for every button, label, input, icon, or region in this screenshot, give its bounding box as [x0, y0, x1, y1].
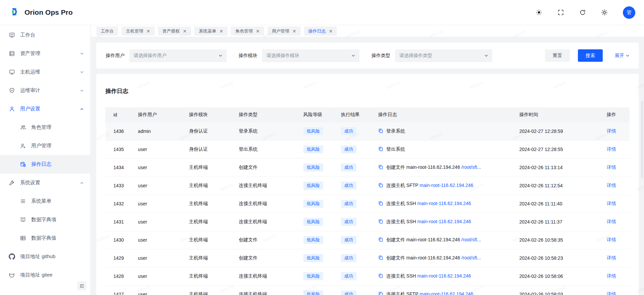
- detail-link[interactable]: 详情: [607, 164, 616, 170]
- cell-module: 主机终端: [184, 267, 233, 285]
- settings-gear-icon[interactable]: [601, 9, 608, 16]
- log-link[interactable]: /root/sft...: [461, 237, 481, 242]
- copy-icon[interactable]: [378, 291, 383, 295]
- sidebar-item[interactable]: 用户管理: [0, 137, 90, 155]
- log-link[interactable]: main-root-116.62.194.246: [417, 273, 471, 279]
- tab-item[interactable]: 资产授权✕: [158, 27, 191, 36]
- sidebar-item[interactable]: 角色管理: [0, 118, 90, 137]
- log-text: 连接主机 SFTP: [386, 183, 419, 188]
- sidebar-item[interactable]: 数据字典值: [0, 229, 90, 247]
- cell-id: 1434: [105, 158, 133, 177]
- tab-item[interactable]: 系统菜单✕: [194, 27, 228, 36]
- tab-label: 系统菜单: [199, 28, 216, 34]
- log-icon: [19, 161, 26, 167]
- copy-icon[interactable]: [378, 219, 383, 225]
- detail-link[interactable]: 详情: [607, 201, 616, 206]
- detail-link[interactable]: 详情: [607, 237, 616, 242]
- tab-item[interactable]: 操作日志✕: [304, 27, 337, 36]
- cell-type: 创建文件: [233, 249, 298, 267]
- detail-link[interactable]: 详情: [607, 183, 616, 188]
- log-text: 创建文件 main-root-116.62.194.246: [386, 237, 461, 242]
- cell-result: 成功: [336, 122, 373, 140]
- sidebar-item[interactable]: 资产管理: [0, 44, 90, 63]
- detail-link[interactable]: 详情: [607, 273, 616, 279]
- app-header: Orion Ops Pro 管: [0, 0, 644, 25]
- risk-badge: 低风险: [303, 163, 323, 171]
- cell-type: 登出系统: [233, 140, 298, 158]
- cell-result: 成功: [336, 285, 373, 295]
- result-badge: 成功: [341, 200, 356, 208]
- log-link[interactable]: /root/sft...: [461, 255, 481, 260]
- cell-risk: 低风险: [298, 140, 336, 158]
- reset-button[interactable]: 重置: [545, 49, 570, 62]
- sidebar-item[interactable]: 主机运维: [0, 63, 90, 81]
- tab-close-icon[interactable]: ✕: [219, 29, 223, 34]
- sidebar-item[interactable]: 运维审计: [0, 81, 90, 100]
- search-button[interactable]: 搜索: [578, 49, 603, 62]
- risk-badge: 低风险: [303, 254, 323, 262]
- detail-link[interactable]: 详情: [607, 146, 616, 152]
- copy-icon[interactable]: [378, 201, 383, 207]
- copy-icon[interactable]: [378, 237, 383, 243]
- tab-close-icon[interactable]: ✕: [146, 29, 150, 34]
- tab-item[interactable]: 角色管理✕: [231, 27, 264, 36]
- filter-select[interactable]: 请选择操作类型: [395, 49, 492, 62]
- dashboard-icon: [8, 32, 15, 38]
- log-table: id操作用户操作模块操作类型风险等级执行结果操作日志操作时间操作 1436adm…: [105, 107, 630, 295]
- copy-icon[interactable]: [378, 146, 383, 152]
- log-link[interactable]: main-root-116.62.194.246: [419, 291, 473, 295]
- avatar[interactable]: 管: [623, 6, 635, 19]
- tab-close-icon[interactable]: ✕: [329, 29, 333, 34]
- cell-log: 创建文件 main-root-116.62.194.246 /root/sft.…: [373, 158, 514, 177]
- chevron-down-icon: [80, 70, 84, 74]
- cell-result: 成功: [336, 158, 373, 177]
- log-link[interactable]: main-root-116.62.194.246: [419, 183, 473, 188]
- sidebar-item[interactable]: 工作台: [0, 26, 90, 44]
- tab-close-icon[interactable]: ✕: [183, 29, 187, 34]
- roles-icon: [19, 125, 26, 130]
- chevron-up-icon: [80, 181, 84, 185]
- result-badge: 成功: [341, 290, 356, 295]
- copy-icon[interactable]: [378, 255, 383, 261]
- detail-link[interactable]: 详情: [607, 219, 616, 224]
- filter-field: 操作类型请选择操作类型: [371, 49, 504, 62]
- refresh-icon[interactable]: [579, 9, 586, 16]
- sidebar-item[interactable]: 数据字典项: [0, 210, 90, 229]
- filter-field: 操作模块请选择操作模块: [239, 49, 371, 62]
- detail-link[interactable]: 详情: [607, 128, 616, 134]
- tab-item[interactable]: 用户管理✕: [267, 27, 301, 36]
- cell-id: 1430: [105, 231, 133, 249]
- sidebar-item[interactable]: 系统设置: [0, 174, 90, 192]
- sidebar-item-label: 运维审计: [20, 87, 80, 94]
- sidebar-collapse-button[interactable]: [77, 281, 86, 290]
- expand-toggle[interactable]: 展开: [615, 53, 629, 59]
- copy-icon[interactable]: [378, 273, 383, 279]
- sidebar-item[interactable]: 用户设置: [0, 100, 90, 118]
- sidebar-item[interactable]: 系统菜单: [0, 192, 90, 210]
- theme-icon[interactable]: [536, 9, 542, 16]
- cell-risk: 低风险: [298, 285, 336, 295]
- tab-close-icon[interactable]: ✕: [292, 29, 296, 34]
- sidebar-item[interactable]: 操作日志: [0, 155, 90, 174]
- sidebar-item-label: 系统设置: [20, 180, 80, 186]
- log-link[interactable]: main-root-116.62.194.246: [417, 201, 471, 206]
- tab-close-icon[interactable]: ✕: [256, 29, 260, 34]
- copy-icon[interactable]: [378, 183, 383, 189]
- scrollbar[interactable]: [641, 101, 643, 178]
- gitee-icon: [8, 272, 15, 278]
- copy-icon[interactable]: [378, 128, 383, 134]
- log-link[interactable]: /root/sft...: [461, 164, 481, 170]
- filter-select[interactable]: 请选择操作用户: [129, 49, 227, 62]
- detail-link[interactable]: 详情: [607, 291, 616, 295]
- fullscreen-icon[interactable]: [557, 9, 564, 16]
- sidebar-item[interactable]: 项目地址 github: [0, 247, 90, 266]
- copy-icon[interactable]: [378, 164, 383, 170]
- filter-select[interactable]: 请选择操作模块: [262, 49, 359, 62]
- tab-item[interactable]: 主机管理✕: [121, 27, 155, 36]
- log-link[interactable]: main-root-116.62.194.246: [417, 219, 471, 224]
- app-root: Orion Ops Pro 管 工作台资产管理主机运维运维审计用户设置角色管理用…: [0, 0, 644, 295]
- detail-link[interactable]: 详情: [607, 255, 616, 260]
- table-row: 1429user主机终端创建文件低风险成功创建文件 main-root-116.…: [105, 249, 630, 267]
- sidebar-item[interactable]: 项目地址 gitee: [0, 266, 90, 284]
- tab-item[interactable]: 工作台: [96, 27, 118, 36]
